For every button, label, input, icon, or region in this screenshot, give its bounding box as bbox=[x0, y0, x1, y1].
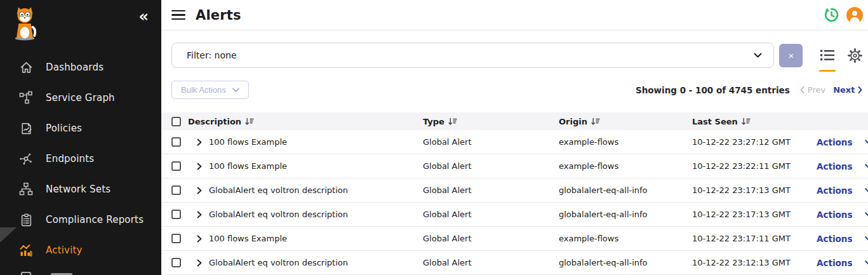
table-row: GlobalAlert eq voltron descriptionGlobal… bbox=[161, 203, 868, 227]
row-actions-dropdown[interactable]: Actions bbox=[817, 234, 868, 244]
row-type: Global Alert bbox=[423, 161, 559, 171]
sidebar-item-policies[interactable]: Policies bbox=[0, 113, 161, 144]
row-checkbox[interactable] bbox=[171, 258, 181, 267]
chevron-down-icon bbox=[754, 50, 762, 60]
sidebar: « DashboardsService GraphPoliciesEndpoin… bbox=[0, 0, 161, 275]
table-actions-bar: Bulk Actions Showing 0 - 100 of 4745 ent… bbox=[171, 81, 862, 99]
expand-chevron-right-icon[interactable] bbox=[197, 163, 202, 170]
settings-tab[interactable] bbox=[848, 48, 862, 63]
row-actions-dropdown[interactable]: Actions bbox=[817, 258, 868, 268]
chevron-down-icon bbox=[865, 188, 868, 193]
row-description: GlobalAlert eq voltron description bbox=[209, 185, 348, 195]
row-actions-dropdown[interactable]: Actions bbox=[817, 161, 868, 171]
list-view-tab[interactable] bbox=[820, 49, 835, 62]
row-origin: example-flows bbox=[559, 137, 692, 147]
row-description: 100 flows Example bbox=[209, 161, 287, 171]
sidebar-item-label: Network Sets bbox=[46, 184, 110, 195]
clear-filter-button[interactable]: × bbox=[779, 44, 803, 67]
chevron-down-icon bbox=[232, 88, 239, 93]
row-actions-dropdown[interactable]: Actions bbox=[817, 185, 868, 196]
menu-hamburger-icon[interactable] bbox=[171, 8, 185, 23]
expand-chevron-right-icon[interactable] bbox=[197, 235, 202, 243]
sidebar-item-label: Compliance Reports bbox=[46, 214, 144, 225]
row-checkbox[interactable] bbox=[171, 185, 181, 195]
sidebar-item-label: Endpoints bbox=[46, 153, 94, 164]
main-content: Alerts bbox=[161, 0, 868, 275]
bulk-actions-button[interactable]: Bulk Actions bbox=[171, 81, 249, 99]
row-checkbox[interactable] bbox=[171, 161, 181, 171]
actions-label: Actions bbox=[817, 234, 852, 244]
sidebar-item-partial bbox=[0, 271, 161, 275]
endpoints-icon bbox=[19, 152, 33, 166]
column-header-last-seen[interactable]: Last Seen bbox=[692, 117, 817, 126]
table-row: GlobalAlert eq voltron descriptionGlobal… bbox=[161, 251, 868, 275]
select-all-checkbox[interactable] bbox=[171, 117, 181, 126]
chevron-down-icon bbox=[865, 236, 868, 241]
row-type: Global Alert bbox=[423, 234, 559, 243]
sidebar-item-network-sets[interactable]: Network Sets bbox=[0, 174, 161, 205]
sort-icon bbox=[448, 117, 457, 126]
row-type: Global Alert bbox=[423, 137, 559, 147]
expand-chevron-right-icon[interactable] bbox=[197, 211, 202, 218]
row-origin: globalalert-eq-all-info bbox=[559, 185, 692, 195]
actions-label: Actions bbox=[817, 210, 852, 220]
actions-label: Actions bbox=[817, 137, 852, 147]
expand-chevron-right-icon[interactable] bbox=[197, 187, 202, 194]
row-checkbox[interactable] bbox=[171, 234, 181, 243]
home-icon bbox=[19, 60, 33, 74]
chevron-left-icon bbox=[800, 86, 805, 93]
row-last-seen: 10-12-22 23:22:11 GMT bbox=[692, 161, 817, 171]
row-last-seen: 10-12-22 23:27:12 GMT bbox=[692, 137, 817, 147]
table-row: GlobalAlert eq voltron descriptionGlobal… bbox=[161, 178, 868, 203]
row-origin: globalalert-eq-all-info bbox=[559, 258, 692, 267]
calico-cat-logo bbox=[10, 5, 39, 43]
prev-page-button[interactable]: Prev bbox=[800, 85, 825, 95]
expand-chevron-right-icon[interactable] bbox=[197, 138, 202, 146]
row-type: Global Alert bbox=[423, 210, 559, 219]
sidebar-item-dashboards[interactable]: Dashboards bbox=[0, 52, 161, 83]
history-icon[interactable] bbox=[823, 6, 840, 23]
table-header-row: Description Type Origin Last Seen bbox=[161, 112, 868, 130]
row-description: 100 flows Example bbox=[209, 137, 287, 147]
expand-chevron-right-icon[interactable] bbox=[197, 259, 202, 267]
table-row: 100 flows ExampleGlobal Alertexample-flo… bbox=[161, 154, 868, 178]
sidebar-item-label: Activity bbox=[46, 245, 83, 256]
sidebar-item-compliance-reports[interactable]: Compliance Reports bbox=[0, 205, 161, 235]
row-checkbox[interactable] bbox=[171, 210, 181, 219]
row-actions-dropdown[interactable]: Actions bbox=[817, 137, 868, 147]
column-header-type[interactable]: Type bbox=[423, 117, 559, 126]
chevron-right-icon bbox=[858, 86, 862, 93]
chevron-down-icon bbox=[865, 212, 868, 217]
sidebar-fold-decoration bbox=[0, 227, 17, 243]
compliance-icon bbox=[19, 213, 33, 227]
filter-value: Filter: none bbox=[187, 50, 237, 60]
sidebar-item-activity[interactable]: Activity bbox=[0, 235, 161, 265]
bulk-actions-label: Bulk Actions bbox=[181, 85, 226, 95]
row-origin: globalalert-eq-all-info bbox=[559, 210, 692, 219]
actions-label: Actions bbox=[817, 185, 852, 196]
filter-dropdown[interactable]: Filter: none bbox=[171, 43, 774, 68]
column-header-origin[interactable]: Origin bbox=[559, 117, 692, 126]
sidebar-item-service-graph[interactable]: Service Graph bbox=[0, 83, 161, 113]
sidebar-item-endpoints[interactable]: Endpoints bbox=[0, 144, 161, 174]
sidebar-collapse-button[interactable]: « bbox=[138, 5, 149, 28]
sidebar-item-label: Policies bbox=[46, 123, 82, 134]
row-last-seen: 10-12-22 23:17:11 GMT bbox=[692, 234, 817, 243]
row-description: 100 flows Example bbox=[209, 234, 287, 243]
row-last-seen: 10-12-22 23:12:13 GMT bbox=[692, 258, 817, 267]
list-icon bbox=[820, 49, 835, 62]
chevron-down-icon bbox=[865, 164, 868, 169]
table-row: 100 flows ExampleGlobal Alertexample-flo… bbox=[161, 227, 868, 251]
actions-label: Actions bbox=[817, 258, 852, 268]
row-actions-dropdown[interactable]: Actions bbox=[817, 210, 868, 220]
chevron-down-icon bbox=[865, 260, 868, 265]
sort-icon bbox=[245, 117, 254, 126]
row-checkbox[interactable] bbox=[171, 137, 181, 147]
alerts-table: Description Type Origin Last Seen 100 fl… bbox=[161, 112, 868, 275]
row-last-seen: 10-12-22 23:17:13 GMT bbox=[692, 210, 817, 219]
row-description: GlobalAlert eq voltron description bbox=[209, 258, 348, 267]
next-page-button[interactable]: Next bbox=[833, 85, 862, 95]
page-title: Alerts bbox=[196, 8, 241, 23]
column-header-description[interactable]: Description bbox=[188, 117, 423, 126]
user-avatar[interactable] bbox=[846, 6, 864, 24]
